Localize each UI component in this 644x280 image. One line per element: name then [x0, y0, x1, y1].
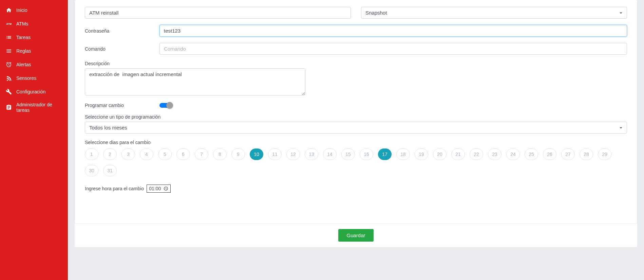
clipboard-icon: [5, 104, 12, 111]
svg-text:ATM: ATM: [6, 22, 12, 25]
sidebar-item-admin-tareas[interactable]: Administrador de tareas: [0, 99, 68, 116]
time-input[interactable]: 01:00: [147, 185, 171, 193]
day-picker: 1234567891011121314151617181920212223242…: [85, 148, 627, 176]
day-btn-23[interactable]: 23: [488, 148, 501, 160]
day-btn-2[interactable]: 2: [103, 148, 117, 160]
type-select[interactable]: Snapshot: [361, 7, 627, 19]
sidebar: Inicio ATM ATMs Tareas Reglas Alertas Se…: [0, 0, 68, 280]
sidebar-item-alertas[interactable]: Alertas: [0, 58, 68, 71]
password-input[interactable]: [159, 25, 627, 37]
description-textarea[interactable]: [85, 68, 305, 95]
day-btn-3[interactable]: 3: [121, 148, 135, 160]
sidebar-item-label: Alertas: [16, 62, 31, 67]
day-btn-31[interactable]: 31: [103, 165, 117, 176]
clock-icon: [164, 186, 168, 191]
sidebar-item-configuracion[interactable]: Configuración: [0, 85, 68, 99]
day-btn-25[interactable]: 25: [525, 148, 538, 160]
day-btn-10[interactable]: 10: [250, 148, 263, 160]
main-content: Snapshot Contraseña Comando Descripción …: [68, 0, 644, 280]
day-btn-30[interactable]: 30: [85, 165, 98, 176]
command-label: Comando: [85, 46, 153, 52]
day-btn-13[interactable]: 13: [305, 148, 318, 160]
rss-icon: [5, 75, 12, 82]
name-input[interactable]: [85, 7, 351, 19]
day-btn-14[interactable]: 14: [323, 148, 337, 160]
sidebar-item-label: Tareas: [16, 35, 31, 40]
schedule-toggle-label: Programar cambio: [85, 103, 153, 108]
form-card: Snapshot Contraseña Comando Descripción …: [75, 0, 637, 223]
home-icon: [5, 7, 12, 14]
day-btn-18[interactable]: 18: [396, 148, 410, 160]
sidebar-item-label: ATMs: [16, 21, 29, 27]
day-btn-22[interactable]: 22: [470, 148, 483, 160]
day-btn-29[interactable]: 29: [598, 148, 611, 160]
day-btn-26[interactable]: 26: [543, 148, 556, 160]
day-btn-1[interactable]: 1: [85, 148, 98, 160]
time-value: 01:00: [149, 186, 161, 191]
day-btn-19[interactable]: 19: [415, 148, 428, 160]
sidebar-item-label: Sensores: [16, 75, 36, 81]
list-icon: [5, 34, 12, 41]
day-btn-12[interactable]: 12: [286, 148, 300, 160]
day-btn-17[interactable]: 17: [378, 148, 392, 160]
sidebar-item-reglas[interactable]: Reglas: [0, 44, 68, 58]
save-button[interactable]: Guardar: [338, 229, 373, 242]
wrench-icon: [5, 88, 12, 95]
day-btn-24[interactable]: 24: [506, 148, 520, 160]
day-btn-4[interactable]: 4: [140, 148, 153, 160]
sidebar-item-label: Configuración: [16, 89, 45, 94]
password-label: Contraseña: [85, 28, 153, 34]
sidebar-item-label: Reglas: [16, 48, 31, 54]
day-btn-8[interactable]: 8: [213, 148, 227, 160]
description-label: Descripción: [85, 61, 627, 66]
days-label: Seleccione dias para el cambio: [85, 140, 627, 145]
day-btn-21[interactable]: 21: [451, 148, 465, 160]
lines-icon: [5, 48, 12, 54]
day-btn-5[interactable]: 5: [158, 148, 172, 160]
schedule-type-label: Seleccione un tipo de programación: [85, 114, 627, 120]
schedule-type-select[interactable]: Todos los meses: [85, 122, 627, 134]
day-btn-20[interactable]: 20: [433, 148, 447, 160]
sidebar-item-atms[interactable]: ATM ATMs: [0, 17, 68, 31]
sidebar-item-inicio[interactable]: Inicio: [0, 3, 68, 17]
sidebar-item-label: Inicio: [16, 7, 27, 13]
day-btn-7[interactable]: 7: [195, 148, 208, 160]
day-btn-9[interactable]: 9: [231, 148, 245, 160]
day-btn-15[interactable]: 15: [341, 148, 355, 160]
schedule-toggle[interactable]: [159, 103, 172, 108]
day-btn-28[interactable]: 28: [580, 148, 593, 160]
sidebar-item-tareas[interactable]: Tareas: [0, 31, 68, 44]
command-input[interactable]: [159, 43, 627, 55]
alarm-icon: [5, 61, 12, 68]
day-btn-27[interactable]: 27: [561, 148, 575, 160]
day-btn-16[interactable]: 16: [360, 148, 373, 160]
day-btn-6[interactable]: 6: [176, 148, 190, 160]
time-label: Ingrese hora para el cambio: [85, 186, 144, 191]
sidebar-item-sensores[interactable]: Sensores: [0, 71, 68, 85]
sidebar-item-label: Administrador de tareas: [16, 102, 62, 113]
day-btn-11[interactable]: 11: [268, 148, 282, 160]
atm-icon: ATM: [5, 20, 12, 27]
